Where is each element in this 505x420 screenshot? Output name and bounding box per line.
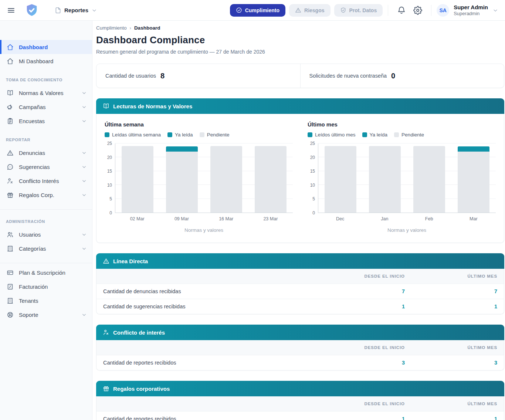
summary-tables: Línea DirectaDESDE EL INICIOÚLTIMO MESCa… (96, 253, 504, 420)
legend-swatch (308, 132, 312, 137)
bar-jan[interactable] (363, 143, 407, 213)
section-header-linea-directa: Línea Directa (96, 253, 504, 269)
sidebar-item-label: Sugerencias (19, 164, 76, 170)
sidebar-item-dashboard[interactable]: Dashboard (0, 40, 92, 54)
legend-label: Pendiente (401, 132, 424, 138)
module-button-label: Cumplimiento (245, 7, 279, 13)
life-ring-icon (7, 311, 14, 318)
bar-segment-pendiente (210, 146, 242, 213)
bar-stack (458, 143, 489, 213)
reportes-nav-label: Reportes (64, 7, 88, 13)
legend-item-leidas-ultima-semana[interactable]: Leídas última semana (105, 132, 161, 138)
chart-title: Último mes (308, 121, 496, 128)
sidebar-item-tenants[interactable]: Tenants (0, 294, 92, 308)
y-tick-label: 15 (107, 169, 112, 174)
chevron-down-icon (81, 104, 87, 110)
bar-09-mar[interactable] (160, 143, 204, 213)
chart-title: Última semana (105, 121, 293, 128)
sidebar-item-denuncias[interactable]: Denuncias (0, 146, 92, 160)
y-tick-label: 10 (310, 183, 315, 188)
avatar: SA (437, 4, 449, 17)
row-value: 1 (323, 416, 411, 420)
table-header-row: DESDE EL INICIOÚLTIMO MES (96, 269, 504, 284)
bar-segment-pendiente (255, 146, 287, 213)
hamburger-menu-icon[interactable] (7, 6, 16, 15)
notifications-bell-icon[interactable] (397, 6, 406, 15)
section-header-lecturas: Lecturas de Normas y Valores (96, 98, 504, 114)
user-role: Superadmin (454, 11, 488, 17)
column-header-ultimo-mes: ÚLTIMO MES (411, 402, 504, 406)
sidebar-item-facturacion[interactable]: Facturación (0, 280, 92, 294)
bar-segment-pendiente (122, 146, 153, 213)
bar-dec[interactable] (318, 143, 363, 213)
home-icon (7, 58, 14, 65)
y-axis: 0510152025 (105, 143, 115, 213)
sidebar-item-categorias[interactable]: Categorías (0, 241, 92, 255)
legend-label: Ya leída (175, 132, 193, 138)
module-button-riesgos[interactable]: Riesgos (289, 4, 330, 17)
reportes-nav-dropdown[interactable]: Reportes (55, 7, 97, 14)
sidebar-item-soporte[interactable]: Soporte (0, 308, 92, 322)
bars (318, 143, 496, 213)
sidebar-item-encuestas[interactable]: Encuestas (0, 114, 92, 128)
sidebar-item-mi-dashboard[interactable]: Mi Dashboard (0, 54, 92, 68)
legend-item-pendiente[interactable]: Pendiente (394, 132, 424, 138)
bar-16-mar[interactable] (204, 143, 248, 213)
bar-stack (413, 143, 445, 213)
table-row: Cantidad de denuncias recibidas77 (96, 284, 504, 299)
x-tick-label: Dec (318, 216, 362, 221)
y-tick-label: 20 (310, 155, 315, 160)
sidebar-section-header-administracion: ADMINISTRACIÓN (6, 219, 86, 224)
legend-item-pendiente[interactable]: Pendiente (200, 132, 230, 138)
sidebar-item-regalos-corp[interactable]: Regalos Corp. (0, 188, 92, 202)
table-card: DESDE EL INICIOÚLTIMO MESCantidad de den… (96, 269, 504, 314)
bar-23-mar[interactable] (248, 143, 293, 213)
sidebar-item-label: Normas & Valores (19, 90, 76, 96)
section-title: Regalos corporativos (113, 386, 170, 392)
bar-mar[interactable] (451, 143, 496, 213)
legend-swatch (105, 132, 109, 137)
bar-feb[interactable] (407, 143, 451, 213)
bar-02-mar[interactable] (115, 143, 160, 213)
x-tick-label: 16 Mar (204, 216, 248, 221)
chevron-down-icon (492, 7, 498, 13)
building-icon (7, 297, 14, 304)
module-button-cumplimiento[interactable]: Cumplimiento (230, 4, 285, 17)
module-button-label: Prot. Datos (349, 7, 377, 13)
row-value: 7 (411, 288, 504, 294)
bar-stack (210, 143, 242, 213)
legend-item-leidos-ultimo-mes[interactable]: Leídos último mes (308, 132, 356, 138)
check-circle-icon (236, 7, 242, 13)
settings-gear-icon[interactable] (413, 6, 422, 15)
legend-item-ya-leida[interactable]: Ya leída (167, 132, 193, 138)
legend-swatch (362, 132, 367, 137)
sidebar-item-campanas[interactable]: Campañas (0, 100, 92, 114)
legend-label: Leídas última semana (112, 132, 161, 138)
sidebar-item-sugerencias[interactable]: Sugerencias (0, 160, 92, 174)
sidebar-item-normas-valores[interactable]: Normas & Valores (0, 86, 92, 100)
column-header-desde-el-inicio: DESDE EL INICIO (323, 274, 411, 278)
table-card: DESDE EL INICIOÚLTIMO MESCantidad de rep… (96, 396, 504, 420)
y-tick-label: 0 (312, 210, 315, 216)
row-value: 3 (323, 360, 411, 366)
section-conflicto-de-interes: Conflicto de interésDESDE EL INICIOÚLTIM… (96, 325, 504, 370)
bar-stack (122, 143, 153, 213)
bar-segment-leidos-ultimo-mes (458, 146, 489, 152)
chevron-down-icon (81, 118, 87, 124)
credit-card-icon (7, 269, 14, 276)
conflict-user-icon (103, 329, 109, 336)
sidebar-item-plan-suscripcion[interactable]: Plan & Suscripción (0, 265, 92, 280)
stat-value: 8 (160, 72, 165, 80)
module-button-prot-datos[interactable]: Prot. Datos (334, 4, 383, 17)
document-icon (55, 7, 61, 14)
warning-triangle-icon (295, 7, 301, 13)
row-label: Cantidad de sugerencias recibidas (96, 304, 323, 309)
user-menu[interactable]: SA Super Admin Superadmin (437, 4, 498, 17)
sidebar-item-usuarios[interactable]: Usuarios (0, 227, 92, 241)
breadcrumb-cumplimiento[interactable]: Cumplimiento (96, 25, 127, 31)
legend-item-ya-leida[interactable]: Ya leída (362, 132, 388, 138)
sidebar-section-header-reportar: REPORTAR (6, 138, 86, 142)
y-tick-label: 15 (310, 169, 315, 174)
sidebar-item-conflicto-interes[interactable]: Conflicto Interés (0, 174, 92, 188)
gift-icon (103, 385, 109, 392)
